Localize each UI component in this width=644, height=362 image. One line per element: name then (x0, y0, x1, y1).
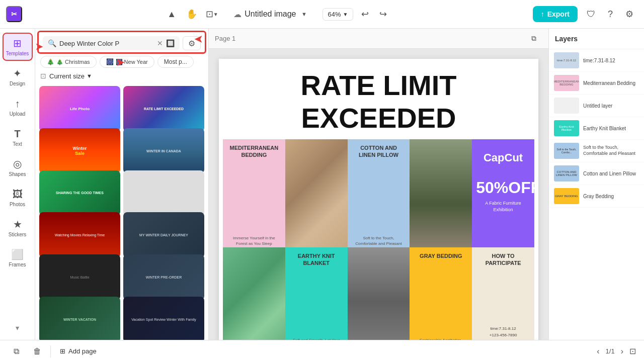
fit-page-button[interactable]: ⊡ (629, 346, 636, 356)
sidebar-item-label: Templates (6, 51, 29, 56)
layer-item[interactable]: time:7.31-8.12 time:7.31-8.12 (549, 49, 644, 72)
bed-photo-image (285, 139, 348, 247)
layer-item[interactable]: COTTON AND LINEN PILLOW Cotton and Linen… (549, 162, 644, 185)
upload-icon: ↑ (15, 98, 20, 110)
template-item[interactable]: Vacation Spot Review Winter With Family (123, 297, 204, 340)
search-icon: 🔍 (48, 39, 56, 47)
template-item[interactable]: Music Battle (39, 254, 120, 300)
layer-thumbnail: time:7.31-8.12 (554, 52, 579, 68)
sidebar-item-templates[interactable]: ⊞ Templates ➤ (3, 33, 33, 61)
template-item[interactable]: Winter Sale (39, 128, 120, 174)
canvas-copy-button[interactable]: ⧉ (525, 30, 542, 47)
add-page-button[interactable]: ⊞ Add page (56, 345, 101, 357)
sidebar-item-design[interactable]: ✦ Design (3, 63, 33, 91)
app-logo[interactable]: ✂ (6, 6, 22, 22)
sidebar-item-frames[interactable]: ⬜ Frames (3, 244, 33, 272)
bed-photo-cell (285, 139, 348, 247)
icon-sidebar: ⊞ Templates ➤ ✦ Design ↑ Upload T Text ◎… (0, 29, 35, 340)
earthy-knit-cell[interactable]: EARTHY KNIT BLANKET Soft and Smooth, Let… (285, 247, 348, 340)
template-item[interactable]: MY WINTER DAILY JOURNEY (123, 212, 204, 258)
shapes-icon: ◎ (13, 158, 22, 170)
page-next-button[interactable]: › (619, 345, 625, 358)
template-item[interactable] (123, 170, 204, 216)
bottom-copy-button[interactable]: ⧉ (8, 343, 24, 359)
template-item[interactable]: WINTER PRE-ORDER (123, 254, 204, 300)
size-filter-button[interactable]: Current size ▼ (49, 72, 92, 80)
redo-button[interactable]: ↪ (374, 6, 391, 23)
rate-limit-heading: RATE LIMIT EXCEEDED (219, 59, 538, 139)
canvas-right-icons: ⧉ (525, 30, 542, 47)
christmas-tree-icon: 🎄 (47, 58, 54, 65)
layer-item[interactable]: Soft to the Touch, Comfor... Soft to the… (549, 140, 644, 162)
template-item[interactable]: WINTER IN CANADA (123, 128, 204, 174)
text-icon: T (14, 128, 20, 140)
template-item[interactable]: RATE LIMIT EXCEEDED (123, 86, 204, 132)
frames-icon: ⬜ (11, 248, 24, 260)
shield-button[interactable]: 🛡 (583, 6, 600, 23)
template-item[interactable]: Life Photo (39, 86, 120, 132)
templates-panel: 🔍 ✕ 🔲 ⚙ ➤ 🎄 🎄 Christmas 🎆 🎆 New Year Mos… (35, 29, 209, 340)
room-photo-placeholder (410, 139, 472, 247)
hand-tool-button[interactable]: ✋ (183, 6, 200, 23)
top-right-icons: 🛡 ? ⚙ (583, 6, 638, 23)
template-item[interactable]: Watching Movies Relaxing Time (39, 212, 120, 258)
layer-item[interactable]: MEDITERRANEAN BEDDING Mediterranean Bedd… (549, 72, 644, 95)
layer-item[interactable]: Untitled layer (549, 95, 644, 117)
search-clear-icon[interactable]: ✕ (157, 39, 163, 47)
trash-icon: 🗑 (33, 347, 41, 356)
exhibition-text: A Fabric Furniture Exhibition (472, 199, 534, 214)
document-title-area: ☁ Untitled image ▼ (233, 9, 309, 19)
layer-label: Cotton and Linen Pillow (583, 170, 636, 177)
how-to-cell[interactable]: HOW TO PARTICIPATE time:7.31-8.12+123-45… (472, 247, 534, 340)
sidebar-item-stickers[interactable]: ★ Stickers (3, 214, 33, 242)
settings-button[interactable]: ⚙ (621, 6, 638, 23)
sidebar-item-label: Stickers (9, 232, 27, 237)
sidebar-expand-button[interactable]: ▾ (3, 320, 33, 336)
search-area: 🔍 ✕ 🔲 ⚙ (37, 31, 206, 54)
tag-most-popular[interactable]: Most p... (157, 56, 194, 68)
tag-christmas[interactable]: 🎄 🎄 Christmas (40, 56, 97, 68)
layer-item[interactable]: GRAY BEDDING Gray Bedding (549, 185, 644, 208)
help-button[interactable]: ? (602, 6, 619, 23)
design-icon: ✦ (13, 67, 22, 79)
cotton-pillow-cell[interactable]: COTTON AND LINEN PILLOW Soft to the Touc… (348, 139, 410, 247)
main-area: ⊞ Templates ➤ ✦ Design ↑ Upload T Text ◎… (0, 29, 644, 340)
sidebar-item-upload[interactable]: ↑ Upload (3, 93, 33, 121)
cell-title: MEDITERRANEAN BEDDING (223, 139, 285, 161)
copy-icon: ⧉ (14, 347, 19, 356)
bottom-trash-button[interactable]: 🗑 (29, 343, 45, 359)
page-prev-button[interactable]: ‹ (595, 345, 601, 358)
layer-label: Earthy Knit Blanket (583, 125, 626, 132)
canvas-toolbar: Page 1 ⧉ (209, 29, 548, 49)
undo-redo-group: ↩ ↪ (356, 6, 391, 23)
sidebar-item-shapes[interactable]: ◎ Shapes (3, 153, 33, 182)
sidebar-item-photos[interactable]: 🖼 Photos (3, 184, 33, 212)
capcut-cell[interactable]: CapCut 50%OFF A Fabric Furniture Exhibit… (472, 139, 534, 247)
search-bar: 🔍 ✕ 🔲 (43, 36, 180, 50)
mediterranean-cell[interactable]: MEDITERRANEAN BEDDING Immerse Yourself i… (223, 139, 285, 247)
template-item[interactable]: WINTER VACATION (39, 297, 120, 340)
tag-new-year[interactable]: 🎆 🎆 New Year (100, 56, 154, 68)
sidebar-item-label: Photos (10, 202, 25, 207)
template-item[interactable]: SHARING THE GOOD TIMES (39, 170, 120, 216)
title-chevron-button[interactable]: ▼ (299, 9, 309, 19)
sidebar-item-text[interactable]: T Text (3, 123, 33, 151)
search-input[interactable] (59, 40, 154, 47)
discount-text: 50%OFF (472, 168, 534, 199)
sidebar-item-label: Design (10, 81, 25, 86)
select-tool-button[interactable]: ▲ (163, 6, 180, 23)
frame-tool-button[interactable]: ⊡ ▼ (203, 6, 220, 23)
layer-label: time:7.31-8.12 (583, 57, 615, 64)
cell-desc: Immerse Yourself in the Forest as You Sl… (223, 234, 285, 247)
zoom-level-button[interactable]: 64% ▼ (323, 8, 354, 21)
image-search-icon[interactable]: 🔲 (166, 39, 175, 47)
cell-title: EARTHY KNIT BLANKET (285, 247, 348, 269)
export-button[interactable]: ↑ Export (533, 6, 578, 22)
undo-button[interactable]: ↩ (356, 6, 373, 23)
cell-desc: Soft to the Touch, Comfortable and Pleas… (348, 234, 410, 247)
room-photo-cell (410, 139, 472, 247)
gray-bedding-cell[interactable]: GRAY BEDDING Fashionable Aesthetics, Sho… (410, 247, 472, 340)
add-page-icon: ⊞ (60, 347, 65, 355)
layer-item[interactable]: Earthy Knit Blanket Earthy Knit Blanket (549, 117, 644, 140)
layer-thumbnail: COTTON AND LINEN PILLOW (554, 165, 579, 182)
